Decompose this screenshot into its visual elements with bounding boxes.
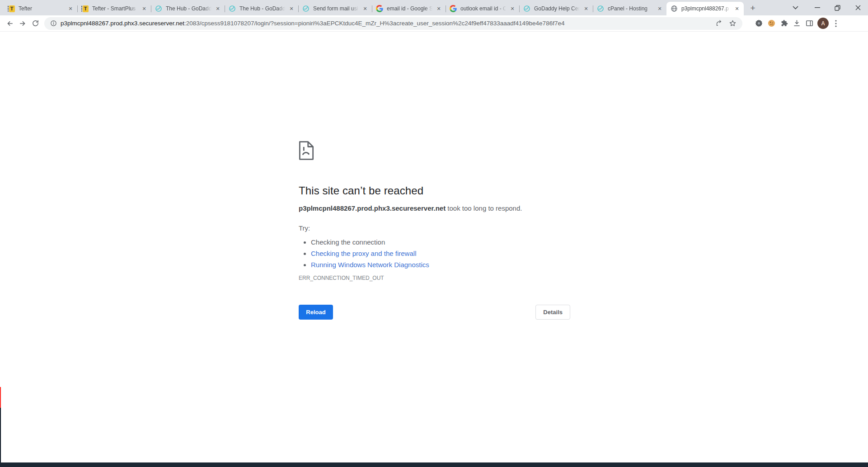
godaddy-icon [302,5,310,12]
tab-title: The Hub - GoDadd [239,5,286,12]
suggestion-item: Checking the proxy and the firewall [311,248,570,259]
tab-title: email id - Google S [387,5,433,12]
browser-tab[interactable]: T Tefter - SmartPlus ✕ [77,2,151,15]
tab-favicon [450,5,457,12]
tab-close-icon[interactable]: ✕ [288,5,295,12]
tab-close-icon[interactable]: ✕ [361,5,369,12]
tab-close-icon[interactable]: ✕ [582,5,590,12]
tab-title: Tefter - SmartPlus [92,5,139,12]
tab-title: Send form mail usi [313,5,360,12]
tab-close-icon[interactable]: ✕ [733,5,741,12]
window-controls [786,0,868,15]
browser-tab[interactable]: The Hub - GoDadd ✕ [151,2,225,15]
godaddy-icon [597,5,604,12]
browser-tab[interactable]: T Tefter ✕ [4,2,77,15]
suggestion-item: Checking the connection [311,236,570,248]
side-panel-icon[interactable] [803,17,816,30]
puzzle-extensions-icon[interactable] [778,17,790,30]
google-icon [376,5,383,12]
extensions-area: A [752,17,841,30]
tab-strip: T Tefter ✕ T Tefter - SmartPlus ✕ The Hu… [0,0,868,15]
sad-file-icon [299,141,570,162]
tab-favicon: T [81,5,89,12]
tab-favicon: T [8,5,15,12]
error-message: p3plmcpnl488267.prod.phx3.secureserver.n… [299,204,570,212]
tab-favicon [523,5,530,12]
url-text: p3plmcpnl488267.prod.phx3.secureserver.n… [61,20,711,27]
suggestion-list: Checking the connectionChecking the prox… [299,236,570,270]
browser-tab[interactable]: p3plmcpnl488267.p ✕ [666,2,744,15]
forward-button[interactable] [16,17,29,30]
url-path: :2083/cpsess9181078207/login/?session=pi… [184,20,564,27]
globe-icon [671,5,678,12]
tab-close-icon[interactable]: ✕ [141,5,148,12]
browser-tab[interactable]: outlook email id - O ✕ [446,2,519,15]
tab-title: Tefter [19,5,65,12]
godaddy-icon [155,5,162,12]
tab-title: The Hub - GoDadd [166,5,212,12]
browser-tab[interactable]: GoDaddy Help Cen ✕ [519,2,593,15]
browser-tab[interactable]: cPanel - Hosting ✕ [593,2,666,15]
tab-close-icon[interactable]: ✕ [509,5,516,12]
tab-title: p3plmcpnl488267.p [681,5,732,12]
restore-button[interactable] [827,0,848,15]
suggestion-link[interactable]: Checking the proxy and the firewall [311,250,416,257]
godaddy-icon [229,5,236,12]
error-container: This site can’t be reached p3plmcpnl4882… [299,141,570,320]
tefter-icon: T [9,5,15,12]
details-button[interactable]: Details [535,305,570,320]
browser-tab[interactable]: The Hub - GoDadd ✕ [225,2,298,15]
error-buttons-row: Reload Details [299,305,570,320]
page-content: This site can’t be reached p3plmcpnl4882… [0,32,868,467]
suggestion-link[interactable]: Running Windows Network Diagnostics [311,261,429,269]
minimize-button[interactable] [807,0,827,15]
bottom-dark-bar [0,462,868,467]
tab-title: GoDaddy Help Cen [534,5,581,12]
url-host: p3plmcpnl488267.prod.phx3.secureserver.n… [61,20,184,27]
tefter-icon: T [83,5,89,12]
error-message-suffix: took too long to respond. [446,204,522,212]
screen-edge-dark-strip [0,408,1,462]
tab-close-icon[interactable]: ✕ [435,5,442,12]
cookie-extension-icon[interactable] [765,17,778,30]
tab-close-icon[interactable]: ✕ [656,5,663,12]
godaddy-icon [523,5,530,12]
tab-favicon [229,5,236,12]
tab-search-chevron-icon[interactable] [786,0,804,15]
error-title: This site can’t be reached [299,184,570,197]
reload-button[interactable] [29,17,42,30]
google-icon [450,5,457,12]
share-icon[interactable] [713,18,724,29]
tab-favicon [671,5,678,12]
downloads-icon[interactable] [790,17,803,30]
tab-strip-tabs: T Tefter ✕ T Tefter - SmartPlus ✕ The Hu… [4,0,744,15]
screen-edge-red-strip [0,387,1,408]
tab-title: outlook email id - O [460,5,507,12]
address-bar[interactable]: p3plmcpnl488267.prod.phx3.secureserver.n… [44,17,742,30]
page-info-icon[interactable] [49,19,58,28]
tab-close-icon[interactable]: ✕ [214,5,221,12]
close-window-button[interactable] [848,0,868,15]
new-tab-button[interactable]: + [746,2,759,14]
tab-close-icon[interactable]: ✕ [67,5,74,12]
back-button[interactable] [4,17,16,30]
suggestion-item: Running Windows Network Diagnostics [311,259,570,270]
tab-favicon [376,5,383,12]
error-code: ERR_CONNECTION_TIMED_OUT [299,275,570,281]
browser-menu-icon[interactable] [830,17,841,30]
try-label: Try: [299,224,570,232]
reload-page-button[interactable]: Reload [299,305,333,320]
bookmark-star-icon[interactable] [727,18,738,29]
tab-favicon [155,5,162,12]
tab-title: cPanel - Hosting [608,5,654,12]
browser-tab[interactable]: Send form mail usi ✕ [298,2,372,15]
tab-favicon [597,5,604,12]
browser-toolbar: p3plmcpnl488267.prod.phx3.secureserver.n… [0,15,868,32]
tab-favicon [302,5,310,12]
badge-extension-icon[interactable] [752,17,765,30]
browser-tab[interactable]: email id - Google S ✕ [372,2,446,15]
profile-avatar[interactable]: A [817,18,829,29]
error-host: p3plmcpnl488267.prod.phx3.secureserver.n… [299,204,446,212]
